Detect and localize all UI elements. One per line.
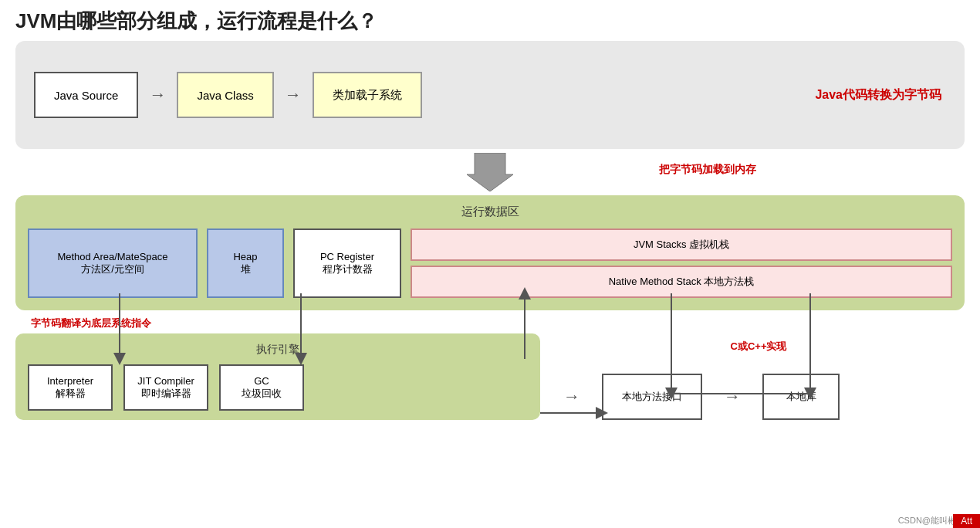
pc-register-box: PC Register 程序计数器 (293, 228, 401, 298)
bytecode-load-label: 把字节码加载到内存 (659, 163, 756, 177)
runtime-title: 运行数据区 (28, 205, 952, 219)
interpreter-box: Interpreter 解释器 (28, 364, 113, 411)
exec-title: 执行引擎 (28, 343, 528, 357)
class-loader-box: 类加载子系统 (313, 72, 422, 118)
att-bar: Att (953, 514, 980, 528)
method-area-box: Method Area/MateSpace 方法区/元空间 (28, 228, 198, 298)
heap-box: Heap 堆 (207, 228, 284, 298)
native-interface-box: 本地方法接口 (602, 374, 702, 420)
jit-box: JIT Compiler 即时编译器 (123, 364, 208, 411)
native-section: C或C++实现 → 本地方法接口 → 本地库 (553, 316, 965, 420)
gc-box: GC 垃圾回收 (219, 364, 304, 411)
native-method-stack-box: Native Method Stack 本地方法栈 (411, 266, 952, 298)
page-title: JVM由哪些部分组成，运行流程是什么？ (0, 0, 980, 41)
java-source-box: Java Source (34, 72, 138, 118)
java-class-box: Java Class (177, 72, 273, 118)
java-code-label: Java代码转换为字节码 (815, 87, 941, 103)
bytecode-translate-label: 字节码翻译为底层系统指令 (15, 316, 540, 330)
svg-marker-0 (467, 153, 513, 191)
arrow2-icon: → (274, 85, 313, 105)
top-section: Java Source → Java Class → 类加载子系统 Java代码… (15, 41, 965, 149)
middle-section: 运行数据区 Method Area/MateSpace 方法区/元空间 Heap… (15, 195, 965, 310)
exec-section: 执行引擎 Interpreter 解释器 JIT Compiler 即时编译器 … (15, 333, 540, 420)
down-arrow-icon (467, 153, 513, 195)
native-lib-box: 本地库 (762, 374, 840, 420)
c-label: C或C++实现 (553, 340, 965, 354)
arrow-to-native-icon: → (553, 387, 591, 407)
arrow-to-lib-icon: → (713, 387, 752, 407)
arrow1-icon: → (138, 85, 177, 105)
jvm-stacks-box: JVM Stacks 虚拟机栈 (411, 228, 952, 261)
